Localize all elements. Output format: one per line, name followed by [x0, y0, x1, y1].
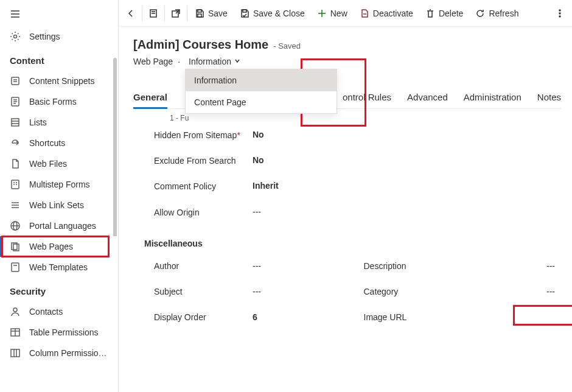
file-icon: [10, 158, 21, 169]
new-button[interactable]: New: [311, 5, 354, 22]
popout-icon: [171, 9, 181, 18]
sidebar-settings-label: Settings: [29, 32, 60, 41]
sidebar-item-label: Contacts: [29, 307, 63, 317]
sidebar: Settings Content Content Snippets Basic …: [0, 0, 119, 392]
refresh-button[interactable]: Refresh: [469, 5, 525, 22]
sidebar-item-basic-forms[interactable]: Basic Forms: [0, 91, 118, 112]
template-icon: [10, 262, 21, 273]
sidebar-item-web-templates[interactable]: Web Templates: [0, 257, 118, 278]
cutoff-text: 1 - Fu: [170, 114, 561, 122]
section-miscellaneous: Miscellaneous: [144, 239, 561, 248]
back-button[interactable]: [121, 5, 141, 22]
save-close-button[interactable]: Save & Close: [234, 5, 311, 22]
svg-rect-42: [198, 10, 201, 12]
sidebar-item-table-permissions[interactable]: Table Permissions: [0, 322, 118, 343]
tab-general[interactable]: General: [133, 89, 167, 108]
record-icon: [148, 9, 158, 18]
save-icon: [195, 9, 204, 18]
sidebar-item-multistep-forms[interactable]: Multistep Forms: [0, 174, 118, 195]
sidebar-item-label: Web Files: [29, 159, 67, 169]
field-value-subject[interactable]: ---: [253, 287, 261, 296]
save-close-icon: [240, 9, 249, 18]
dropdown-item-information[interactable]: Information: [186, 69, 337, 91]
tab-advanced[interactable]: Advanced: [407, 89, 448, 108]
sidebar-item-label: Column Permissio…: [29, 348, 107, 358]
sidebar-item-label: Content Snippets: [29, 76, 94, 86]
sidebar-item-contacts[interactable]: Contacts: [0, 301, 118, 322]
field-label-display-order: Display Order: [154, 312, 253, 323]
field-value-description[interactable]: ---: [546, 261, 555, 271]
command-toolbar: Save Save & Close New Deactivate Delete …: [119, 0, 572, 27]
sidebar-item-label: Web Link Sets: [29, 200, 84, 210]
form-selector-label: Information: [189, 57, 231, 66]
sidebar-item-label: Portal Languages: [29, 221, 96, 231]
field-value-comment-policy[interactable]: Inherit: [253, 181, 279, 191]
save-status: - Saved: [273, 41, 301, 51]
form-selector-dropdown: Information Content Page: [185, 69, 337, 114]
field-label-image-url: Image URL: [364, 312, 462, 323]
globe-icon: [10, 220, 21, 231]
svg-point-50: [559, 13, 560, 14]
sidebar-item-web-files[interactable]: Web Files: [0, 153, 118, 174]
sidebar-item-web-link-sets[interactable]: Web Link Sets: [0, 195, 118, 215]
hamburger-menu[interactable]: [0, 4, 118, 26]
field-value-hidden-sitemap[interactable]: No: [253, 130, 264, 139]
linkset-icon: [10, 200, 21, 211]
svg-rect-44: [243, 10, 246, 12]
field-value-author[interactable]: ---: [253, 261, 261, 271]
person-icon: [10, 306, 21, 317]
chevron-down-icon: [234, 57, 241, 66]
button-label: Save: [208, 9, 228, 18]
field-value-exclude-search[interactable]: No: [253, 155, 264, 165]
deactivate-icon: [360, 9, 369, 18]
sidebar-item-label: Shortcuts: [29, 138, 65, 148]
save-button[interactable]: Save: [189, 5, 234, 22]
sidebar-item-lists[interactable]: Lists: [0, 112, 118, 133]
field-label-description: Description: [364, 261, 462, 271]
button-label: New: [330, 9, 347, 18]
delete-button[interactable]: Delete: [419, 5, 469, 22]
sidebar-scrollbar[interactable]: [113, 58, 117, 240]
overflow-button[interactable]: [550, 5, 570, 22]
field-label-allow-origin: Allow Origin: [154, 207, 253, 218]
field-value-allow-origin[interactable]: ---: [253, 207, 261, 217]
svg-rect-28: [12, 263, 19, 271]
form-selector[interactable]: Information Information Content Page: [185, 54, 245, 69]
svg-rect-15: [12, 180, 19, 189]
sidebar-item-shortcuts[interactable]: Shortcuts: [0, 133, 118, 153]
main-pane: Save Save & Close New Deactivate Delete …: [119, 0, 572, 392]
open-new-window-button[interactable]: [166, 5, 186, 22]
svg-point-30: [13, 308, 17, 312]
svg-point-3: [14, 35, 17, 38]
sidebar-item-content-snippets[interactable]: Content Snippets: [0, 71, 118, 91]
field-label-exclude-search: Exclude From Search: [154, 155, 253, 166]
sidebar-item-web-pages[interactable]: Web Pages: [0, 236, 118, 257]
tab-notes[interactable]: Notes: [537, 89, 561, 108]
field-label-category: Category: [364, 286, 462, 297]
snippet-icon: [10, 75, 21, 86]
sidebar-group-security: Security: [0, 278, 118, 301]
sidebar-settings[interactable]: Settings: [0, 26, 118, 47]
deactivate-button[interactable]: Deactivate: [354, 5, 419, 22]
field-value-display-order[interactable]: 6: [253, 312, 257, 322]
entity-name: Web Page: [133, 57, 173, 66]
tab-control-rules[interactable]: ontrol Rules: [343, 89, 391, 108]
tab-administration[interactable]: Administration: [464, 89, 521, 108]
more-vertical-icon: [555, 9, 565, 18]
pages-icon: [10, 241, 21, 252]
sidebar-item-column-permissions[interactable]: Column Permissio…: [0, 343, 118, 363]
sidebar-item-label: Web Templates: [29, 262, 88, 272]
back-arrow-icon: [126, 9, 136, 18]
sidebar-item-label: Web Pages: [29, 242, 73, 251]
list-icon: [10, 117, 21, 128]
svg-line-41: [176, 10, 180, 13]
svg-rect-34: [11, 349, 19, 357]
column-perm-icon: [10, 348, 21, 359]
field-label-comment-policy: Comment Policy: [154, 181, 253, 192]
field-value-category[interactable]: ---: [546, 287, 555, 296]
sidebar-item-label: Basic Forms: [29, 97, 77, 107]
dropdown-item-content-page[interactable]: Content Page: [186, 91, 337, 113]
sidebar-item-portal-languages[interactable]: Portal Languages: [0, 215, 118, 236]
open-record-set-button[interactable]: [144, 5, 163, 22]
button-label: Refresh: [489, 9, 518, 18]
